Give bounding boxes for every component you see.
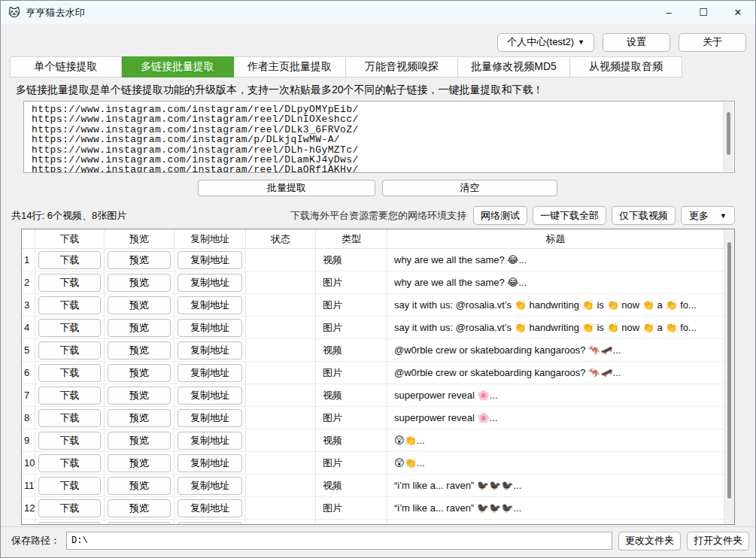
row-status: [246, 407, 316, 429]
row-copy-button[interactable]: 复制地址: [178, 454, 242, 472]
row-download-button[interactable]: 下载: [38, 319, 101, 337]
row-preview-button[interactable]: 预览: [108, 454, 171, 472]
row-preview-button[interactable]: 预览: [108, 364, 171, 382]
row-download-button[interactable]: 下载: [38, 251, 101, 269]
row-preview-button[interactable]: 预览: [108, 432, 171, 450]
row-preview-button[interactable]: 预览: [108, 251, 171, 269]
open-folder-button[interactable]: 打开文件夹: [687, 532, 749, 550]
row-number: 2: [22, 271, 35, 294]
network-test-button[interactable]: 网络测试: [473, 206, 527, 225]
row-download-button[interactable]: 下载: [38, 274, 101, 292]
url-line: https://www.instagram.com/instagram/reel…: [32, 165, 719, 173]
table-row: 9 下载 预览 复制地址 视频 😲👏...: [22, 429, 724, 452]
download-videos-only-button[interactable]: 仅下载视频: [612, 206, 676, 225]
row-preview-button[interactable]: 预览: [108, 522, 171, 526]
row-download-button[interactable]: 下载: [38, 387, 101, 405]
close-button[interactable]: ✕: [721, 1, 755, 25]
top-action-bar: 个人中心(test2) ▼ 设置 关于: [1, 25, 755, 52]
row-copy-button[interactable]: 复制地址: [178, 319, 242, 337]
tab-universal-media-sniffer[interactable]: 万能音视频嗅探: [346, 56, 458, 77]
row-copy-button[interactable]: 复制地址: [178, 409, 242, 427]
change-folder-button[interactable]: 更改文件夹: [618, 532, 681, 550]
tab-batch-modify-video-md5[interactable]: 批量修改视频MD5: [458, 56, 570, 77]
row-copy-button[interactable]: 复制地址: [178, 274, 242, 292]
row-copy-button[interactable]: 复制地址: [178, 251, 242, 269]
maximize-button[interactable]: ☐: [686, 1, 721, 25]
account-menu-button[interactable]: 个人中心(test2) ▼: [497, 33, 594, 52]
row-copy-button[interactable]: 复制地址: [178, 341, 242, 359]
links-scrollbar[interactable]: [723, 102, 733, 171]
row-download-button[interactable]: 下载: [38, 499, 101, 517]
save-path-input[interactable]: [66, 532, 612, 550]
row-download-button[interactable]: 下载: [38, 522, 101, 526]
row-download-button[interactable]: 下载: [38, 454, 101, 472]
tab-extract-audio-from-video[interactable]: 从视频提取音频: [570, 56, 682, 77]
row-copy-button[interactable]: 复制地址: [178, 432, 242, 450]
settings-button[interactable]: 设置: [603, 33, 670, 52]
row-status: [246, 317, 316, 339]
title-column-header: 标题: [387, 229, 724, 249]
row-copy-button[interactable]: 复制地址: [178, 499, 242, 517]
row-title: 😲👏...: [387, 429, 724, 452]
row-copy-button[interactable]: 复制地址: [178, 364, 242, 382]
table-row: 10 下载 预览 复制地址 图片 😲👏...: [22, 452, 724, 475]
row-copy-button[interactable]: 复制地址: [178, 387, 242, 405]
row-number: 3: [22, 294, 35, 317]
row-preview-button[interactable]: 预览: [108, 341, 171, 359]
app-window: { "window": { "title": "亨亨猫去水印", "icon":…: [0, 0, 756, 558]
row-download-button[interactable]: 下载: [38, 409, 101, 427]
tab-multi-link-batch-extract[interactable]: 多链接批量提取: [122, 56, 234, 77]
window-controls: – ☐ ✕: [651, 1, 755, 25]
table-scrollbar[interactable]: [724, 229, 734, 524]
row-status: [246, 384, 316, 407]
row-number: 6: [22, 362, 35, 384]
minimize-button[interactable]: –: [651, 1, 686, 25]
row-type: 图片: [316, 271, 387, 294]
links-scrollbar-thumb[interactable]: [727, 112, 730, 155]
row-status: [246, 452, 316, 475]
row-preview-button[interactable]: 预览: [108, 499, 171, 517]
row-preview-button[interactable]: 预览: [108, 477, 171, 495]
row-preview-button[interactable]: 预览: [108, 409, 171, 427]
clear-button[interactable]: 清空: [382, 180, 557, 196]
row-download-button[interactable]: 下载: [38, 296, 101, 314]
download-all-button[interactable]: 一键下载全部: [533, 206, 606, 225]
row-type: 图片: [316, 452, 387, 475]
row-type: 图片: [316, 362, 387, 384]
preview-column-header: 预览: [105, 229, 175, 249]
row-copy-button[interactable]: 复制地址: [178, 296, 242, 314]
row-status: [246, 520, 316, 525]
row-download-button[interactable]: 下载: [38, 432, 101, 450]
row-title: superpower reveal 🌸...: [387, 407, 724, 429]
table-row: 8 下载 预览 复制地址 图片 superpower reveal 🌸...: [22, 407, 724, 429]
url-line: https://www.instagram.com/instagram/p/DL…: [32, 135, 719, 144]
table-row: 3 下载 预览 复制地址 图片 say it with us: @rosalia…: [22, 294, 724, 317]
table-row: 5 下载 预览 复制地址 视频 @w0rble crew or skateboa…: [22, 339, 724, 362]
row-preview-button[interactable]: 预览: [108, 319, 171, 337]
row-preview-button[interactable]: 预览: [108, 274, 171, 292]
table-row: 4 下载 预览 复制地址 图片 say it with us: @rosalia…: [22, 317, 724, 339]
row-title: superpower reveal 🌸...: [387, 384, 724, 407]
links-input[interactable]: https://www.instagram.com/instagram/reel…: [23, 101, 735, 173]
row-type: 视频: [316, 339, 387, 362]
table-scrollbar-thumb[interactable]: [727, 242, 731, 499]
row-download-button[interactable]: 下载: [38, 364, 101, 382]
table-row: 2 下载 预览 复制地址 图片 why are we all the same?…: [22, 271, 724, 294]
row-number: 7: [22, 384, 35, 407]
row-preview-button[interactable]: 预览: [108, 296, 171, 314]
tab-author-homepage-batch-extract[interactable]: 作者主页批量提取: [234, 56, 346, 77]
row-copy-button[interactable]: 复制地址: [178, 522, 242, 526]
account-menu-label: 个人中心(test2): [507, 35, 574, 49]
more-button[interactable]: 更多 ▼: [681, 206, 735, 225]
row-title: 😲👏...: [387, 452, 724, 475]
row-title: why are we all the same? 😂...: [387, 249, 724, 271]
row-copy-button[interactable]: 复制地址: [178, 477, 242, 495]
batch-extract-button[interactable]: 批量提取: [198, 180, 375, 196]
row-title: @w0rble crew or skateboarding kangaroos?…: [387, 339, 724, 362]
tab-single-link-extract[interactable]: 单个链接提取: [10, 56, 122, 77]
row-type: 图片: [316, 294, 387, 317]
row-preview-button[interactable]: 预览: [108, 387, 171, 405]
about-button[interactable]: 关于: [679, 33, 746, 52]
row-download-button[interactable]: 下载: [38, 341, 101, 359]
row-download-button[interactable]: 下载: [38, 477, 101, 495]
